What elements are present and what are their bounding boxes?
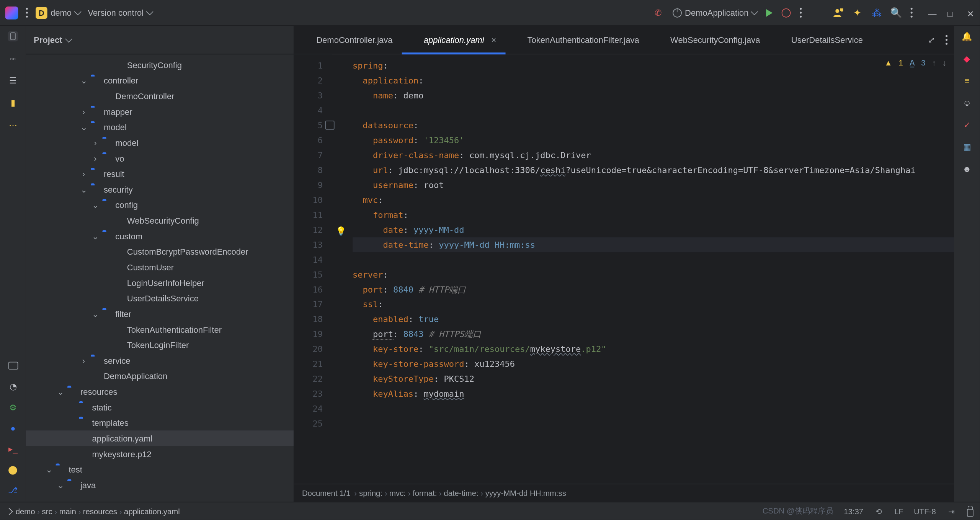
crumb-segment[interactable]: spring: <box>359 489 382 498</box>
problems-tool-button[interactable]: ⬤ <box>8 464 18 474</box>
tree-item[interactable]: TokenLoginFilter <box>26 337 294 353</box>
tree-item[interactable]: mykeystore.p12 <box>26 446 294 462</box>
search-icon[interactable]: 🔍 <box>891 7 902 18</box>
tree-item[interactable]: ⌄custom <box>26 228 294 244</box>
expander-icon[interactable]: ⌄ <box>57 480 64 490</box>
editor-breadcrumbs[interactable]: Document 1/1 › spring: › mvc: › format: … <box>294 484 954 502</box>
git-tool-button[interactable]: ⎇ <box>8 485 18 495</box>
run-config-selector[interactable]: DemoApplication <box>673 8 757 17</box>
run-tool-button[interactable] <box>8 360 18 371</box>
expander-icon[interactable]: ⌄ <box>80 75 87 85</box>
settings-menu-icon[interactable] <box>911 8 913 17</box>
tree-item[interactable]: ⌄model <box>26 119 294 135</box>
expander-icon[interactable]: ⌄ <box>92 200 98 209</box>
expander-icon[interactable]: ⌄ <box>92 309 98 319</box>
intention-bulb-icon[interactable]: 💡 <box>336 224 346 239</box>
status-line-sep[interactable]: LF <box>894 507 903 516</box>
services-tool-button[interactable]: ⚙ <box>8 402 18 412</box>
editor-gutter[interactable]: 1234567891011121314151617181920212223242… <box>294 54 332 484</box>
editor-tab[interactable]: UserDetailsService <box>769 26 872 54</box>
phone-missed-icon[interactable]: ✆ <box>653 7 663 18</box>
nav-path[interactable]: demo › src › main › resources › applicat… <box>16 507 180 516</box>
code-with-me-icon[interactable] <box>833 7 843 18</box>
maximize-button[interactable]: □ <box>947 9 955 16</box>
tree-item[interactable]: ›result <box>26 166 294 182</box>
expander-icon[interactable]: ⌄ <box>80 185 87 194</box>
terminal-tool-button[interactable]: ▸_ <box>8 443 18 454</box>
expander-icon[interactable]: › <box>80 169 87 178</box>
tree-item[interactable]: TokenAuthenticationFilter <box>26 322 294 337</box>
tree-item[interactable]: ›service <box>26 353 294 368</box>
tree-item[interactable]: templates <box>26 415 294 431</box>
more-tool-button[interactable]: ⋯ <box>8 119 18 130</box>
expander-icon[interactable]: › <box>92 138 98 147</box>
vcs-widget[interactable]: Version control <box>88 8 152 17</box>
expander-icon[interactable]: › <box>80 106 87 116</box>
editor-content[interactable]: spring: application: name: demo datasour… <box>332 54 954 484</box>
close-tab-icon[interactable]: × <box>491 35 496 44</box>
readonly-icon[interactable] <box>967 509 973 516</box>
tree-item[interactable]: static <box>26 399 294 415</box>
project-tool-button[interactable] <box>8 31 18 41</box>
close-button[interactable]: ✕ <box>967 9 975 16</box>
debug-button[interactable] <box>782 8 791 17</box>
tab-options-icon[interactable] <box>946 35 947 44</box>
status-encoding[interactable]: UTF-8 <box>914 507 936 516</box>
tree-item[interactable]: DemoApplication <box>26 368 294 384</box>
endpoints-tool-button[interactable]: ▦ <box>962 141 972 152</box>
ai-icon[interactable]: ⁂ <box>872 7 882 18</box>
more-run-icon[interactable] <box>800 8 802 17</box>
tree-item[interactable]: SecurityConfig <box>26 57 294 73</box>
profiler-tool-button[interactable]: ◔ <box>8 381 18 391</box>
tree-item[interactable]: ›vo <box>26 150 294 166</box>
inspection-widget[interactable]: ▲1 A̲3 ↑ ↓ <box>884 58 946 67</box>
crumb-segment[interactable]: date-time: <box>444 489 478 498</box>
nav-segment[interactable]: main <box>59 507 76 516</box>
tree-item[interactable]: ⌄config <box>26 197 294 213</box>
tree-item[interactable]: WebSecurityConfig <box>26 213 294 228</box>
editor-tab[interactable]: WebSecurityConfig.java <box>648 26 769 54</box>
tree-item[interactable]: ⌄java <box>26 477 294 493</box>
expander-icon[interactable]: › <box>80 356 87 365</box>
editor-tab[interactable]: TokenAuthenticationFilter.java <box>505 26 648 54</box>
crumb-segment[interactable]: mvc: <box>389 489 406 498</box>
tree-item[interactable]: CustomBcryptPasswordEncoder <box>26 244 294 260</box>
prev-highlight-icon[interactable]: ↑ <box>932 58 936 67</box>
tree-item[interactable]: CustomUser <box>26 259 294 275</box>
expander-icon[interactable]: ⌄ <box>57 387 64 396</box>
nav-segment[interactable]: demo <box>16 507 35 516</box>
project-tree[interactable]: SecurityConfig⌄controllerDemoController›… <box>26 54 294 502</box>
expander-icon[interactable]: ⌄ <box>92 231 98 241</box>
project-view-label[interactable]: Project <box>34 35 62 44</box>
nav-segment[interactable]: application.yaml <box>124 507 180 516</box>
run-button[interactable] <box>766 9 773 16</box>
sync-icon[interactable]: ⟲ <box>874 506 884 516</box>
tree-item[interactable]: UserDetailsService <box>26 290 294 306</box>
tree-item[interactable]: application.yaml <box>26 430 294 446</box>
bookmarks-tool-button[interactable]: ▮ <box>8 97 18 108</box>
expander-icon[interactable]: ⌄ <box>80 122 87 132</box>
minimize-button[interactable]: — <box>928 9 936 16</box>
tree-item[interactable]: LoginUserInfoHelper <box>26 275 294 291</box>
next-highlight-icon[interactable]: ↓ <box>942 58 946 67</box>
editor-tab[interactable]: DemoController.java <box>294 26 402 54</box>
project-selector[interactable]: D demo <box>36 7 80 18</box>
tree-item[interactable]: ⌄security <box>26 182 294 197</box>
chevron-right-icon[interactable] <box>5 507 13 515</box>
copilot-tool-button[interactable]: ☺ <box>962 97 972 108</box>
tree-item[interactable]: ›mapper <box>26 104 294 119</box>
commit-tool-button[interactable]: ◦◦ <box>8 53 18 64</box>
tree-item[interactable]: ⌄resources <box>26 384 294 399</box>
expander-icon[interactable]: ⌄ <box>46 464 52 474</box>
tree-item[interactable]: ⌄filter <box>26 306 294 322</box>
lua-tool-button[interactable]: ● <box>8 423 18 433</box>
tools-icon[interactable]: ✦ <box>852 7 862 18</box>
copilot-chat-button[interactable]: ☻ <box>962 164 972 174</box>
crumb-segment[interactable]: format: <box>413 489 437 498</box>
tree-item[interactable]: ⌄test <box>26 461 294 477</box>
notifications-tool-button[interactable]: 🔔 <box>962 31 972 41</box>
ai-assistant-button[interactable]: ◆ <box>962 53 972 64</box>
tree-item[interactable]: DemoController <box>26 88 294 104</box>
crumb-segment[interactable]: yyyy-MM-dd HH:mm:ss <box>485 489 566 498</box>
editor-tab[interactable]: application.yaml× <box>402 26 505 54</box>
